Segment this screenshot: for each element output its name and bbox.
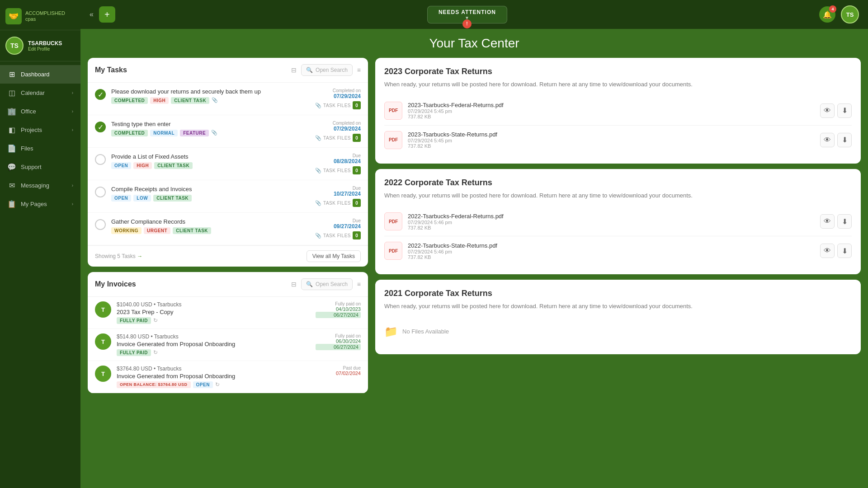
user-profile[interactable]: TS TSARBUCKS Edit Profile <box>0 30 80 61</box>
tag-feature: FEATURE <box>180 130 209 136</box>
file-info: 2023-Tsarbucks-State-Returns.pdf 07/29/2… <box>408 131 815 149</box>
sidebar-item-projects[interactable]: ◧ Projects › <box>0 121 80 139</box>
invoice-date-secondary: 06/27/2024 <box>316 344 361 350</box>
avatar: TS <box>5 37 24 55</box>
invoices-search-bar[interactable]: 🔍 Open Search <box>301 278 353 290</box>
sidebar-item-dashboard[interactable]: ⊞ Dashboard <box>0 65 80 84</box>
chevron-right-icon: › <box>72 90 73 95</box>
edit-profile-link[interactable]: Edit Profile <box>28 47 62 52</box>
download-file-button[interactable]: ⬇ <box>837 244 852 258</box>
task-check-completed[interactable]: ✓ <box>95 89 106 100</box>
file-date: 07/29/2024 5:46 pm <box>408 249 815 254</box>
view-all-tasks-button[interactable]: View all My Tasks <box>307 250 361 262</box>
task-files: 📎 TASK FILES 0 <box>307 134 361 142</box>
file-actions: 👁 ⬇ <box>820 214 852 229</box>
tag-normal: NORMAL <box>150 130 178 136</box>
tax-section-2022: 2022 Corporate Tax Returns When ready, y… <box>375 169 861 275</box>
invoice-name: Invoice Generated from Proposal Onboardi… <box>117 341 310 347</box>
list-item: T $1040.00 USD • Tsarbucks 2023 Tax Prep… <box>88 297 368 329</box>
file-name: 2023-Tsarbucks-Federal-Returns.pdf <box>408 102 815 108</box>
task-date: 08/28/2024 <box>307 158 361 164</box>
back-button[interactable]: « <box>90 10 94 19</box>
tag-client-task: CLIENT TASK <box>153 195 192 202</box>
filter-icon[interactable]: ⊟ <box>291 281 297 288</box>
notification-button[interactable]: 🔔 4 <box>819 6 835 23</box>
invoice-status-label: Past due <box>316 366 361 371</box>
invoices-card-title: My Invoices <box>95 280 287 288</box>
task-files-count: 0 <box>353 101 361 109</box>
file-size: 737.82 KB <box>408 225 815 230</box>
task-name: Provide a List of Fixed Assets <box>111 153 301 160</box>
search-icon: 🔍 <box>306 67 313 73</box>
tasks-search-placeholder: Open Search <box>316 67 348 73</box>
sidebar-item-office[interactable]: 🏢 Office › <box>0 102 80 121</box>
sort-icon[interactable]: ≡ <box>357 66 361 74</box>
add-button[interactable]: + <box>99 6 115 23</box>
sidebar-item-files[interactable]: 📄 Files <box>0 139 80 158</box>
refresh-icon[interactable]: ↻ <box>215 381 220 388</box>
task-meta: Due 09/27/2024 📎 TASK FILES 0 <box>307 218 361 239</box>
view-file-button[interactable]: 👁 <box>820 133 835 147</box>
task-files-label: TASK FILES <box>323 136 351 141</box>
task-files: 📎 TASK FILES 0 <box>307 166 361 174</box>
task-check-open[interactable] <box>95 154 106 165</box>
my-pages-icon: 📋 <box>7 200 16 208</box>
refresh-icon[interactable]: ↻ <box>153 349 158 356</box>
tax-section-desc: When ready, your returns will be posted … <box>384 80 852 89</box>
sidebar-item-my-pages[interactable]: 📋 My Pages › <box>0 195 80 213</box>
task-check-open[interactable] <box>95 187 106 197</box>
filter-icon[interactable]: ⊟ <box>291 66 297 74</box>
task-files: 📎 TASK FILES 0 <box>307 101 361 109</box>
dashboard-icon: ⊞ <box>7 70 16 79</box>
user-avatar-top[interactable]: TS <box>841 5 859 23</box>
invoice-name: Invoice Generated from Proposal Onboardi… <box>117 373 310 380</box>
view-file-button[interactable]: 👁 <box>820 244 835 258</box>
file-item: PDF 2022-Tsarbucks-State-Returns.pdf 07/… <box>384 236 852 265</box>
notification-badge: 4 <box>829 5 836 13</box>
download-file-button[interactable]: ⬇ <box>837 214 852 229</box>
tag-open: OPEN <box>111 195 131 202</box>
logo-icon: 🤝 <box>5 8 22 24</box>
needs-attention-banner[interactable]: NEEDS ATTENTION ▼ ! <box>427 6 507 23</box>
no-files-area: 📁 No Files Available <box>384 318 852 345</box>
sidebar-item-calendar[interactable]: ◫ Calendar › <box>0 84 80 102</box>
tag-client-task: CLIENT TASK <box>173 227 211 234</box>
tag-urgent: URGENT <box>144 227 170 234</box>
invoice-date-primary: 04/10/2023 <box>316 306 361 312</box>
invoices-card-header: My Invoices ⊟ 🔍 Open Search ≡ <box>88 272 368 297</box>
sidebar-item-support[interactable]: 💬 Support <box>0 158 80 176</box>
task-tags: COMPLETED NORMAL FEATURE 📎 <box>111 130 301 136</box>
invoice-meta: Fully paid on 06/30/2024 06/27/2024 <box>316 333 361 350</box>
sort-icon[interactable]: ≡ <box>357 281 361 288</box>
topbar-center: NEEDS ATTENTION ▼ ! <box>121 6 814 23</box>
projects-icon: ◧ <box>7 126 16 134</box>
app-logo: 🤝 ACCOMPLISHED cpas <box>0 0 80 30</box>
attachment-icon: 📎 <box>211 130 217 136</box>
task-content: Provide a List of Fixed Assets OPEN HIGH… <box>111 153 301 169</box>
task-tags: WORKING URGENT CLIENT TASK <box>111 227 301 234</box>
my-invoices-card: My Invoices ⊟ 🔍 Open Search ≡ T $1040.00… <box>88 272 368 393</box>
logo-text: ACCOMPLISHED cpas <box>25 10 65 22</box>
sidebar-nav: ⊞ Dashboard ◫ Calendar › 🏢 Office › ◧ Pr… <box>0 61 80 488</box>
sidebar-item-messaging[interactable]: ✉ Messaging › <box>0 176 80 195</box>
refresh-icon[interactable]: ↻ <box>153 317 158 324</box>
attention-indicator: ! <box>462 19 472 28</box>
invoice-meta: Past due 07/02/2024 <box>316 366 361 376</box>
task-check-completed[interactable]: ✓ <box>95 122 106 132</box>
invoice-date-secondary: 06/27/2024 <box>316 312 361 318</box>
office-icon: 🏢 <box>7 107 16 116</box>
view-file-button[interactable]: 👁 <box>820 103 835 118</box>
tasks-search-bar[interactable]: 🔍 Open Search <box>301 64 353 76</box>
paperclip-icon: 📎 <box>315 233 321 239</box>
task-check-working[interactable] <box>95 219 106 230</box>
view-file-button[interactable]: 👁 <box>820 214 835 229</box>
download-file-button[interactable]: ⬇ <box>837 103 852 118</box>
file-item: PDF 2022-Tsarbucks-Federal-Returns.pdf 0… <box>384 207 852 236</box>
task-files-count: 0 <box>353 166 361 174</box>
download-file-button[interactable]: ⬇ <box>837 133 852 147</box>
paperclip-icon: 📎 <box>315 135 321 141</box>
showing-tasks-link[interactable]: → <box>137 253 142 259</box>
tag-client-task: CLIENT TASK <box>154 162 193 169</box>
tax-section-title: 2022 Corporate Tax Returns <box>384 178 852 188</box>
tax-section-2021: 2021 Corporate Tax Returns When ready, y… <box>375 280 861 354</box>
